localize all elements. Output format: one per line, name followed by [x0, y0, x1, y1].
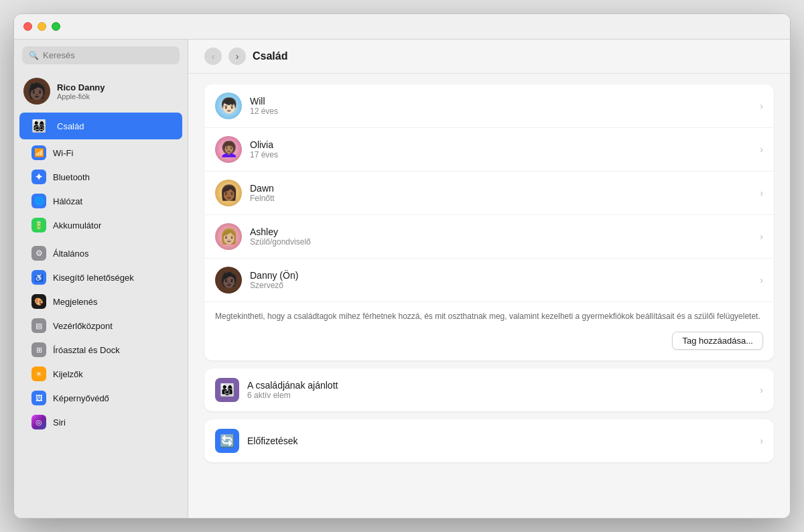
close-button[interactable] — [23, 22, 32, 31]
section-info-recommended: A családjának ajánlott 6 aktív elem — [247, 380, 760, 400]
sidebar-item-wifi[interactable]: 📶 Wi-Fi — [19, 141, 182, 164]
sidebar-item-display-label: Megjelenés — [53, 297, 98, 307]
member-info-danny: Danny (Ön) Szervező — [250, 270, 760, 290]
monitor-icon: ☀ — [31, 367, 46, 381]
chevron-right-icon: › — [760, 385, 763, 395]
sidebar-item-display[interactable]: 🎨 Megjelenés — [19, 290, 182, 313]
member-name-olivia: Olivia — [250, 139, 760, 150]
sidebar-item-accessibility[interactable]: ♿ Kisegítő lehetőségek — [19, 266, 182, 289]
sidebar-item-bluetooth[interactable]: ✦ Bluetooth — [19, 165, 182, 188]
desk-icon: ⊞ — [31, 342, 46, 357]
screensaver-icon: 🖼 — [31, 391, 46, 405]
member-info-olivia: Olivia 17 éves — [250, 139, 760, 159]
maximize-button[interactable] — [52, 22, 60, 31]
accessibility-icon: ♿ — [31, 270, 46, 285]
chevron-right-icon: › — [760, 436, 763, 446]
control-icon: ▤ — [31, 318, 46, 333]
scrollable-content: 👦🏻 Will 12 éves › 👩🏽‍🦱 Olivia 17 — [188, 74, 790, 518]
member-name-will: Will — [250, 96, 760, 107]
section-name-recommended: A családjának ajánlott — [247, 380, 760, 391]
sidebar: 🔍 🧑🏿 Rico Danny Apple-fiók 👨‍👩‍👧‍👦 Csalá… — [14, 14, 188, 518]
family-icon: 👨‍👩‍👧‍👦 — [26, 117, 52, 135]
sidebar-item-control[interactable]: ▤ Vezérlőközpont — [19, 314, 182, 337]
sidebar-item-desk-label: Íróasztal és Dock — [53, 345, 120, 355]
recommended-icon: 👨‍👩‍👧 — [215, 378, 239, 402]
page-title: Család — [253, 50, 287, 62]
sidebar-item-control-label: Vezérlőközpont — [53, 321, 113, 331]
member-info-ashley: Ashley Szülő/gondviselő — [250, 226, 760, 247]
add-member-button[interactable]: Tag hozzáadása... — [672, 332, 763, 350]
sidebar-item-csalad[interactable]: 👨‍👩‍👧‍👦 Család — [19, 113, 182, 139]
wifi-icon: 📶 — [31, 145, 46, 160]
sidebar-item-wifi-label: Wi-Fi — [53, 148, 73, 158]
member-name-dawn: Dawn — [250, 183, 760, 194]
sidebar-item-screensaver[interactable]: 🖼 Képernyővédő — [19, 387, 182, 409]
subscriptions-card: 🔄 Előfizetések › — [204, 419, 774, 462]
main-content-area: ‹ › Család 👦🏻 Will 12 éves › — [188, 14, 790, 518]
search-box[interactable]: 🔍 — [22, 46, 180, 64]
bluetooth-icon: ✦ — [31, 170, 46, 184]
sidebar-item-battery-label: Akkumulátor — [53, 220, 101, 230]
chevron-right-icon: › — [760, 144, 763, 155]
member-role-olivia: 17 éves — [250, 150, 760, 159]
sidebar-item-monitor-label: Kijelzők — [53, 369, 83, 379]
network-icon: 🌐 — [31, 194, 46, 208]
sidebar-item-general-label: Általános — [53, 249, 88, 259]
member-row-ashley[interactable]: 👩🏼 Ashley Szülő/gondviselő › — [204, 215, 774, 259]
section-sub-recommended: 6 aktív elem — [247, 391, 760, 400]
user-name: Rico Danny — [57, 82, 105, 92]
member-avatar-ashley: 👩🏼 — [215, 223, 242, 250]
member-avatar-olivia: 👩🏽‍🦱 — [215, 136, 242, 163]
sidebar-item-network[interactable]: 🌐 Hálózat — [19, 190, 182, 212]
member-role-ashley: Szülő/gondviselő — [250, 237, 760, 247]
member-role-will: 12 éves — [250, 107, 760, 116]
user-section[interactable]: 🧑🏿 Rico Danny Apple-fiók — [14, 72, 188, 111]
search-input[interactable] — [43, 50, 173, 60]
section-row-recommended[interactable]: 👨‍👩‍👧 A családjának ajánlott 6 aktív ele… — [204, 369, 774, 411]
sidebar-item-general[interactable]: ⚙ Általános — [19, 242, 182, 265]
recommended-card: 👨‍👩‍👧 A családjának ajánlott 6 aktív ele… — [204, 369, 774, 411]
sidebar-item-bluetooth-label: Bluetooth — [53, 172, 90, 182]
member-info-dawn: Dawn Felnőtt — [250, 183, 760, 203]
member-role-danny: Szervező — [250, 281, 760, 290]
subscriptions-icon: 🔄 — [215, 429, 239, 453]
sidebar-item-accessibility-label: Kisegítő lehetőségek — [53, 273, 134, 283]
member-info-will: Will 12 éves — [250, 96, 760, 116]
display-icon: 🎨 — [31, 294, 46, 309]
chevron-right-icon: › — [236, 51, 239, 62]
battery-icon: 🔋 — [31, 218, 46, 232]
search-icon: 🔍 — [29, 51, 39, 60]
member-role-dawn: Felnőtt — [250, 194, 760, 203]
chevron-right-icon: › — [760, 101, 763, 111]
description-text: Megtekintheti, hogy a családtagok mihez … — [204, 302, 774, 325]
sidebar-item-screensaver-label: Képernyővédő — [53, 393, 109, 403]
member-row-dawn[interactable]: 👩🏾 Dawn Felnőtt › — [204, 172, 774, 215]
member-row-olivia[interactable]: 👩🏽‍🦱 Olivia 17 éves › — [204, 128, 774, 172]
avatar: 🧑🏿 — [23, 78, 50, 105]
member-name-ashley: Ashley — [250, 226, 760, 237]
member-avatar-will: 👦🏻 — [215, 92, 242, 119]
sidebar-item-siri[interactable]: ◎ Siri — [19, 411, 182, 434]
chevron-right-icon: › — [760, 231, 763, 242]
user-subtitle: Apple-fiók — [57, 92, 105, 101]
back-button[interactable]: ‹ — [204, 48, 222, 65]
chevron-right-icon: › — [760, 275, 763, 285]
minimize-button[interactable] — [38, 22, 46, 31]
main-header: ‹ › Család — [188, 40, 790, 74]
members-card: 👦🏻 Will 12 éves › 👩🏽‍🦱 Olivia 17 — [204, 84, 774, 360]
section-name-subscriptions: Előfizetések — [247, 436, 760, 446]
sidebar-item-desk[interactable]: ⊞ Íróasztal és Dock — [19, 338, 182, 361]
general-icon: ⚙ — [31, 246, 46, 261]
sidebar-item-label: Család — [57, 121, 84, 131]
siri-icon: ◎ — [31, 415, 46, 429]
sidebar-item-battery[interactable]: 🔋 Akkumulátor — [19, 214, 182, 237]
add-button-row: Tag hozzáadása... — [204, 325, 774, 360]
sidebar-item-monitor[interactable]: ☀ Kijelzők — [19, 362, 182, 385]
section-info-subscriptions: Előfizetések — [247, 436, 760, 446]
member-name-danny: Danny (Ön) — [250, 270, 760, 281]
member-row-danny[interactable]: 🧑🏿 Danny (Ön) Szervező › — [204, 259, 774, 302]
member-row-will[interactable]: 👦🏻 Will 12 éves › — [204, 84, 774, 128]
forward-button[interactable]: › — [228, 48, 246, 65]
section-row-subscriptions[interactable]: 🔄 Előfizetések › — [204, 419, 774, 462]
user-info: Rico Danny Apple-fiók — [57, 82, 105, 101]
